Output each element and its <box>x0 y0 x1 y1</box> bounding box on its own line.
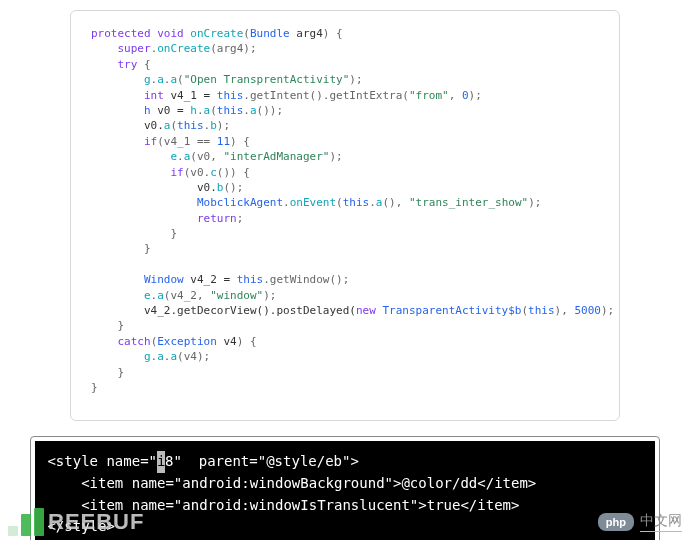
code-token: onCreate <box>190 27 243 40</box>
code-token: if <box>170 166 183 179</box>
code-token: ( <box>177 73 184 86</box>
code-token: 5000 <box>574 304 601 317</box>
code-token: arg4 <box>290 27 323 40</box>
code-token: , <box>449 89 462 102</box>
code-token: a <box>250 104 257 117</box>
code-token <box>91 335 118 348</box>
code-token <box>91 135 144 148</box>
watermark-phpcn: php 中文网 <box>598 512 682 532</box>
code-token: return <box>197 212 237 225</box>
code-token: 11 <box>217 135 230 148</box>
code-token: a <box>157 350 164 363</box>
code-token: this <box>237 273 264 286</box>
code-token: . <box>243 104 250 117</box>
code-token: (v4); <box>177 350 210 363</box>
code-token: e <box>144 289 151 302</box>
watermark-phpcn-text: 中文网 <box>640 512 682 532</box>
code-token: ( <box>336 196 343 209</box>
code-token: ) { <box>230 135 250 148</box>
code-token <box>91 150 170 163</box>
code-token: void <box>157 27 184 40</box>
code-token: Window <box>144 273 184 286</box>
code-token: ); <box>349 73 362 86</box>
code-token: this <box>343 196 370 209</box>
code-token: protected <box>91 27 151 40</box>
code-token: . <box>369 196 376 209</box>
code-token: catch <box>118 335 151 348</box>
code-token: h <box>144 104 151 117</box>
code-token: } <box>170 227 177 240</box>
code-token: int <box>144 89 164 102</box>
code-token: this <box>177 119 204 132</box>
freebuf-logo-icon <box>8 508 44 536</box>
code-token: "window" <box>210 289 263 302</box>
code-token: } <box>91 381 98 394</box>
code-token: "trans_inter_show" <box>409 196 528 209</box>
code-token <box>91 166 170 179</box>
java-code-block: protected void onCreate(Bundle arg4) { s… <box>70 10 620 421</box>
code-token: Exception <box>157 335 217 348</box>
code-token <box>91 242 144 255</box>
code-token <box>91 196 197 209</box>
code-token <box>91 73 144 86</box>
code-token: if <box>144 135 157 148</box>
code-token: (), <box>382 196 409 209</box>
code-token: ( <box>243 27 250 40</box>
code-token: ()); <box>257 104 284 117</box>
code-token: "Open TransprentActivity" <box>184 73 350 86</box>
code-token <box>91 319 118 332</box>
code-token: Bundle <box>250 27 290 40</box>
code-token: v4_2.getDecorView().postDelayed( <box>91 304 356 317</box>
code-token: new <box>356 304 376 317</box>
code-token: ) { <box>323 27 343 40</box>
code-token <box>91 350 144 363</box>
code-token: "interAdManager" <box>223 150 329 163</box>
code-token: ); <box>601 304 614 317</box>
code-token <box>91 273 144 286</box>
watermark-freebuf-text: REEBUF <box>48 509 144 535</box>
code-token: super <box>118 42 151 55</box>
code-token <box>91 58 118 71</box>
code-token: v0. <box>91 119 164 132</box>
code-token <box>91 289 144 302</box>
code-token: .getWindow(); <box>263 273 349 286</box>
code-token: (arg4); <box>210 42 256 55</box>
code-token: onEvent <box>290 196 336 209</box>
code-token: ), <box>555 304 575 317</box>
code-token: } <box>118 366 125 379</box>
code-token: a <box>157 289 164 302</box>
code-token: . <box>197 104 204 117</box>
code-token: . <box>177 150 184 163</box>
code-token <box>91 227 170 240</box>
code-token: v0. <box>91 181 217 194</box>
watermark-freebuf: REEBUF <box>8 508 144 536</box>
code-token: this <box>528 304 555 317</box>
code-token: v4_2 = <box>184 273 237 286</box>
code-token: (); <box>223 181 243 194</box>
code-token: (v0. <box>184 166 211 179</box>
code-token: ); <box>469 89 482 102</box>
code-token <box>91 42 118 55</box>
code-token: 0 <box>462 89 469 102</box>
code-token: h <box>190 104 197 117</box>
code-token: try <box>118 58 138 71</box>
code-token: ); <box>217 119 230 132</box>
code-token <box>91 366 118 379</box>
code-token: ()) { <box>217 166 250 179</box>
code-token: v4_1 = <box>164 89 217 102</box>
code-token: b <box>210 119 217 132</box>
code-token: ; <box>237 212 244 225</box>
code-token <box>91 89 144 102</box>
code-token: } <box>144 242 151 255</box>
code-token: (v4_2, <box>164 289 210 302</box>
code-token: ) { <box>237 335 257 348</box>
php-badge-icon: php <box>598 513 634 531</box>
text-cursor: i <box>157 451 165 473</box>
code-token: ); <box>528 196 541 209</box>
code-token: TransparentActivity$b <box>382 304 521 317</box>
code-token <box>91 212 197 225</box>
code-token: { <box>144 58 151 71</box>
code-token: } <box>118 319 125 332</box>
code-token: . <box>283 196 290 209</box>
code-token: MobclickAgent <box>197 196 283 209</box>
